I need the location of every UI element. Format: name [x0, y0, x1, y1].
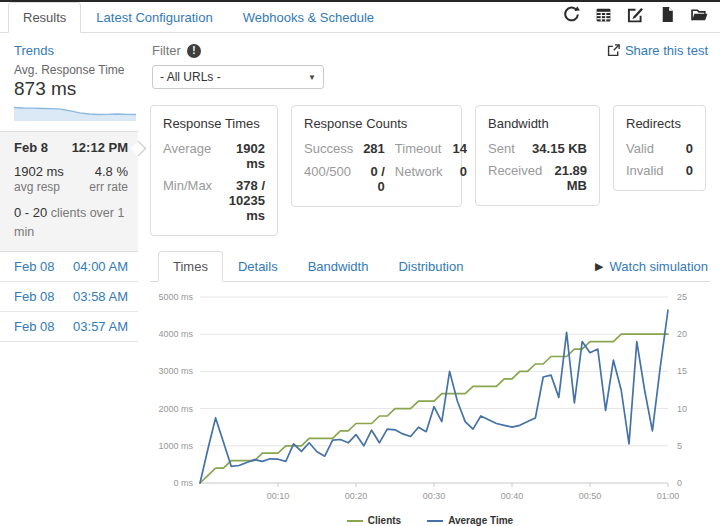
legend-clients-label: Clients: [368, 515, 401, 526]
timeout-value: 14: [453, 141, 467, 156]
tab-results[interactable]: Results: [8, 2, 81, 33]
invalid-label: Invalid: [626, 163, 664, 178]
url-filter-value: - All URLs -: [160, 70, 221, 84]
average-time-line-swatch: [427, 520, 443, 522]
chart-tabbar: Times Details Bandwidth Distribution ▶ W…: [150, 251, 710, 282]
folder-icon[interactable]: [691, 6, 708, 23]
tab-webhooks-schedule[interactable]: Webhooks & Schedule: [228, 2, 389, 33]
run-item[interactable]: Feb 08 03:58 AM: [0, 282, 138, 312]
tab-times[interactable]: Times: [158, 251, 223, 282]
run-date: Feb 08: [14, 319, 54, 334]
response-times-card: Response Times Average 1902 ms Min/Max 3…: [150, 105, 278, 236]
loadtest-results-page: Results Latest Configuration Webhooks & …: [0, 0, 720, 526]
run-date: Feb 8: [14, 140, 48, 155]
run-date: Feb 08: [14, 259, 54, 274]
svg-text:0: 0: [677, 478, 682, 488]
content: Trends Avg. Response Time 873 ms Feb 8 1…: [0, 33, 720, 525]
svg-text:5000 ms: 5000 ms: [158, 292, 193, 302]
svg-text:01:00: 01:00: [657, 491, 680, 501]
tab-latest-configuration[interactable]: Latest Configuration: [81, 2, 227, 33]
chevron-down-icon: ▼: [308, 73, 316, 82]
svg-text:00:30: 00:30: [423, 491, 446, 501]
average-label: Average: [163, 141, 211, 156]
average-value: 1902 ms: [219, 141, 265, 171]
filter-label-group: Filter !: [152, 43, 201, 58]
tab-details[interactable]: Details: [223, 251, 293, 282]
trends-summary: Trends Avg. Response Time 873 ms: [0, 43, 138, 131]
run-item-selected[interactable]: Feb 8 12:12 PM 1902 ms 4.8 % avg resp er…: [0, 131, 138, 252]
watch-simulation-link[interactable]: ▶ Watch simulation: [595, 259, 710, 281]
errors-label: 400/500: [304, 164, 353, 194]
legend-average-time[interactable]: Average Time: [427, 515, 513, 526]
summary-cards: Response Times Average 1902 ms Min/Max 3…: [150, 105, 710, 236]
svg-text:25: 25: [677, 292, 687, 302]
play-icon: ▶: [595, 260, 603, 273]
svg-text:1000 ms: 1000 ms: [158, 441, 193, 451]
errors-value: 0 / 0: [363, 164, 385, 194]
run-item[interactable]: Feb 08 04:00 AM: [0, 252, 138, 282]
run-time: 12:12 PM: [72, 140, 128, 155]
svg-text:20: 20: [677, 329, 687, 339]
share-link-label: Share this test: [625, 43, 708, 58]
times-chart: 0 ms1000 ms2000 ms3000 ms4000 ms5000 ms0…: [150, 287, 706, 509]
success-value: 281: [363, 141, 385, 156]
avg-response-time-label: Avg. Response Time: [14, 63, 130, 77]
sent-value: 34.15 KB: [532, 141, 587, 156]
tab-bandwidth[interactable]: Bandwidth: [293, 251, 384, 282]
invalid-value: 0: [686, 163, 693, 178]
card-title: Bandwidth: [488, 116, 587, 131]
run-time: 03:58 AM: [73, 289, 128, 304]
info-icon[interactable]: !: [187, 44, 201, 58]
run-date: Feb 08: [14, 289, 54, 304]
filter-label: Filter: [152, 43, 181, 58]
received-label: Received: [488, 163, 542, 178]
clients-range: 0 - 20: [14, 205, 47, 220]
svg-text:10: 10: [677, 404, 687, 414]
legend-clients[interactable]: Clients: [347, 515, 401, 526]
valid-value: 0: [686, 141, 693, 156]
svg-text:00:40: 00:40: [501, 491, 524, 501]
legend-average-time-label: Average Time: [448, 515, 513, 526]
run-err-label: err rate: [89, 180, 128, 194]
tab-distribution[interactable]: Distribution: [383, 251, 478, 282]
run-avg-value: 1902 ms: [14, 164, 64, 179]
timeout-label: Timeout: [395, 141, 443, 156]
trend-sparkline: [14, 105, 136, 121]
header-toolbar: [563, 6, 708, 23]
run-time: 03:57 AM: [73, 319, 128, 334]
chart-legend: Clients Average Time: [150, 515, 710, 526]
run-time: 04:00 AM: [73, 259, 128, 274]
clients-line-swatch: [347, 520, 363, 522]
card-title: Response Times: [163, 116, 265, 131]
minmax-label: Min/Max: [163, 178, 212, 193]
svg-text:0 ms: 0 ms: [173, 478, 193, 488]
run-avg-label: avg resp: [14, 180, 60, 194]
times-chart-container: 0 ms1000 ms2000 ms3000 ms4000 ms5000 ms0…: [150, 287, 710, 526]
svg-text:2000 ms: 2000 ms: [158, 404, 193, 414]
network-value: 0: [453, 164, 467, 194]
svg-text:00:10: 00:10: [267, 491, 290, 501]
svg-text:00:20: 00:20: [345, 491, 368, 501]
edit-icon[interactable]: [627, 6, 644, 23]
valid-label: Valid: [626, 141, 654, 156]
trends-link[interactable]: Trends: [14, 43, 130, 58]
refresh-icon[interactable]: [563, 6, 580, 23]
avg-response-time-value: 873 ms: [14, 78, 130, 100]
share-icon: [607, 44, 620, 57]
run-item[interactable]: Feb 08 03:57 AM: [0, 312, 138, 342]
share-test-link[interactable]: Share this test: [607, 43, 708, 58]
card-title: Redirects: [626, 116, 693, 131]
bandwidth-card: Bandwidth Sent 34.15 KB Received 21.89 M…: [475, 105, 600, 206]
received-value: 21.89 MB: [550, 163, 587, 193]
results-main: Filter ! Share this test - All URLs - ▼: [138, 33, 720, 525]
success-label: Success: [304, 141, 353, 156]
svg-text:5: 5: [677, 441, 682, 451]
file-icon[interactable]: [659, 6, 676, 23]
watch-simulation-label: Watch simulation: [610, 259, 709, 274]
redirects-card: Redirects Valid 0 Invalid 0: [613, 105, 706, 191]
url-filter-dropdown[interactable]: - All URLs - ▼: [152, 65, 324, 89]
svg-text:15: 15: [677, 366, 687, 376]
calendar-icon[interactable]: [595, 6, 612, 23]
run-err-value: 4.8 %: [95, 164, 128, 179]
svg-text:3000 ms: 3000 ms: [158, 366, 193, 376]
